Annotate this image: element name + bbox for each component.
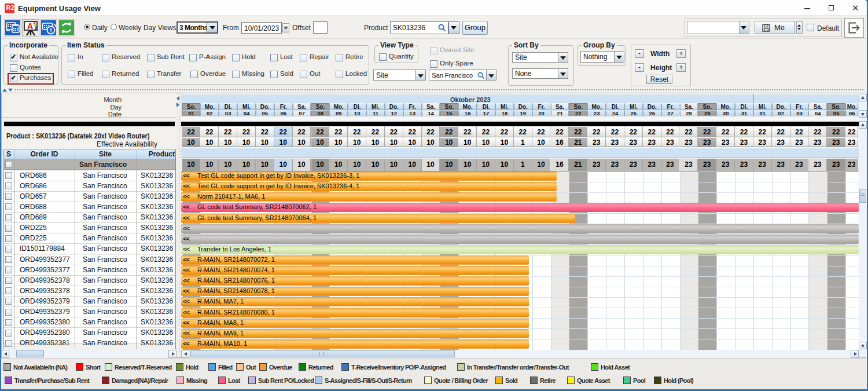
svg-text:A: A	[27, 21, 33, 31]
